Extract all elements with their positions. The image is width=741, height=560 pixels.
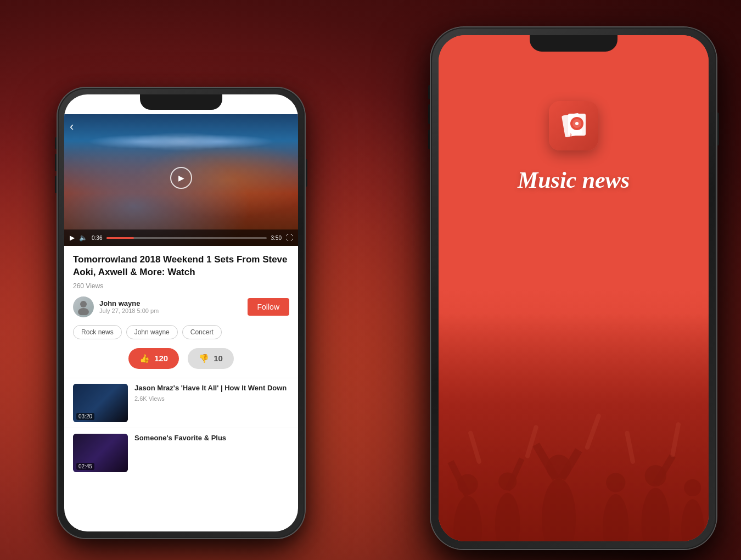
phone-screen-right: ♪ Music news (439, 35, 709, 541)
volume-ctrl-icon[interactable]: 🔈 (79, 234, 87, 242)
related-item-2[interactable]: 02:45 Someone's Favorite & Plus (64, 428, 298, 478)
silent-switch[interactable] (55, 137, 57, 149)
scene: 11:38 ▂▄▆ (0, 0, 741, 560)
svg-rect-1 (285, 104, 287, 107)
svg-point-4 (78, 308, 89, 315)
right-phone-power[interactable] (716, 113, 719, 145)
related-thumb-1: 03:20 (73, 384, 128, 422)
right-phone: ♪ Music news (431, 27, 716, 549)
status-time: 11:38 (75, 102, 95, 111)
svg-point-26 (681, 499, 704, 541)
tag-john-wayne[interactable]: John wayne (126, 325, 178, 339)
app-icon: ♪ (549, 101, 598, 150)
related-info-2: Someone's Favorite & Plus (134, 434, 289, 445)
notch-right (530, 35, 618, 52)
play-ctrl-icon[interactable]: ▶ (70, 234, 75, 242)
wifi-icon (263, 103, 272, 111)
follow-button[interactable]: Follow (248, 298, 289, 316)
avatar (73, 296, 94, 317)
status-icons: ▂▄▆ (246, 103, 287, 111)
volume-down-button[interactable] (55, 176, 57, 193)
progress-track[interactable] (106, 237, 266, 239)
tag-rock-news[interactable]: Rock news (73, 325, 122, 339)
volume-up-button[interactable] (55, 154, 57, 171)
total-time-label: 3:50 (271, 235, 282, 241)
svg-line-31 (627, 433, 632, 462)
content-area: Tomorrowland 2018 Weekend 1 Sets From St… (64, 246, 298, 369)
related-info-1: Jason Mraz's 'Have It All' | How It Went… (134, 384, 289, 402)
svg-line-30 (587, 416, 599, 447)
svg-point-27 (684, 479, 701, 496)
related-views-1: 2.6K Views (134, 395, 289, 402)
svg-line-29 (527, 428, 536, 456)
related-item-1[interactable]: 03:20 Jason Mraz's 'Have It All' | How I… (64, 378, 298, 428)
dislike-button[interactable]: 👎 10 (188, 348, 234, 369)
svg-point-9 (575, 122, 579, 125)
views-count: 260 Views (73, 282, 289, 290)
svg-point-22 (606, 473, 625, 492)
thumb-overlay-2: 02:45 (73, 434, 128, 472)
tags-row: Rock news John wayne Concert (73, 325, 289, 339)
splash-content: ♪ Music news (439, 35, 709, 541)
reaction-row: 👍 120 👎 10 (73, 348, 289, 369)
svg-point-11 (453, 496, 482, 541)
svg-text:♪: ♪ (569, 131, 572, 138)
author-row: John wayne July 27, 2018 5:00 pm Follow (73, 296, 289, 317)
author-name: John wayne (99, 299, 159, 307)
back-button[interactable]: ‹ (70, 120, 74, 134)
article-title: Tomorrowland 2018 Weekend 1 Sets From St… (73, 254, 289, 279)
notch-left (140, 94, 222, 110)
battery-icon (275, 103, 287, 111)
play-icon: ▶ (178, 173, 184, 182)
svg-point-17 (542, 479, 576, 541)
dislike-icon: 👎 (199, 354, 209, 363)
author-details: John wayne July 27, 2018 5:00 pm (99, 299, 159, 314)
thumb-overlay-1: 03:20 (73, 384, 128, 422)
svg-point-3 (80, 301, 87, 307)
current-time-label: 0:36 (92, 235, 102, 241)
svg-point-23 (641, 488, 670, 541)
phone-screen-left: 11:38 ▂▄▆ (64, 94, 298, 531)
progress-fill (106, 237, 133, 239)
author-date: July 27, 2018 5:00 pm (99, 307, 159, 314)
svg-line-32 (672, 424, 678, 455)
thumb-duration-1: 03:20 (76, 413, 94, 420)
play-button[interactable]: ▶ (170, 167, 192, 189)
fullscreen-icon[interactable]: ⛶ (286, 234, 293, 242)
like-count: 120 (154, 354, 168, 363)
svg-point-14 (495, 493, 520, 541)
related-title-2: Someone's Favorite & Plus (134, 434, 289, 443)
svg-line-28 (470, 433, 479, 462)
thumb-duration-2: 02:45 (76, 463, 94, 470)
progress-bar-area: ▶ 🔈 0:36 3:50 ⛶ (64, 229, 298, 246)
svg-rect-2 (276, 104, 284, 108)
related-title-1: Jason Mraz's 'Have It All' | How It Went… (134, 384, 289, 393)
video-area: ‹ ▶ ▶ 🔈 0:36 3:50 ⛶ (64, 114, 298, 246)
signal-icon: ▂▄▆ (246, 103, 261, 110)
like-button[interactable]: 👍 120 (128, 348, 179, 369)
app-title: Music news (518, 167, 630, 193)
left-phone: 11:38 ▂▄▆ (58, 88, 305, 538)
power-button[interactable] (305, 159, 307, 187)
like-icon: 👍 (139, 354, 150, 363)
dislike-count: 10 (214, 354, 223, 363)
tag-concert[interactable]: Concert (182, 325, 222, 339)
splash-crowd (439, 313, 709, 541)
author-info: John wayne July 27, 2018 5:00 pm (73, 296, 159, 317)
related-thumb-2: 02:45 (73, 434, 128, 472)
svg-point-21 (603, 494, 629, 541)
